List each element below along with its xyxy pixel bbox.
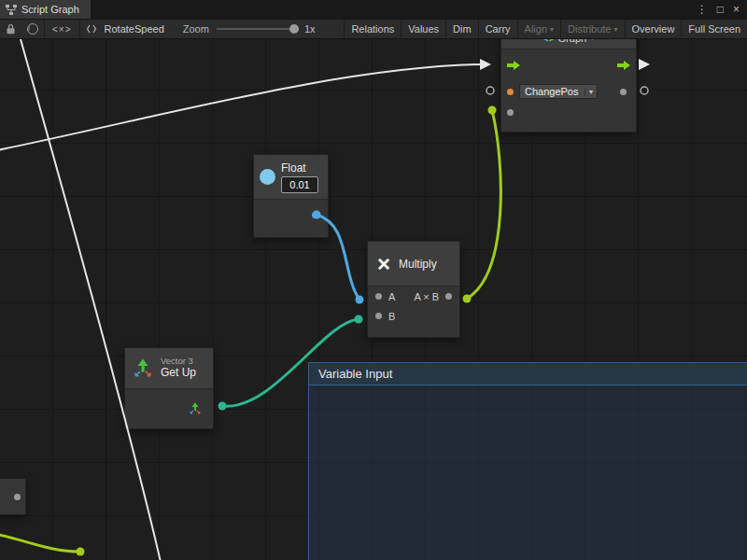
values-button[interactable]: Values	[401, 20, 445, 38]
wire-endpoint	[356, 296, 364, 304]
input-port-b[interactable]	[375, 313, 382, 319]
align-label: Align	[525, 23, 547, 35]
wire-endpoint	[218, 402, 227, 411]
port-row-b: B	[368, 306, 459, 326]
graph-unit-node[interactable]: <> Graph ▾ ChangePos ▾	[500, 39, 637, 133]
zoom-slider-handle[interactable]	[289, 24, 299, 34]
getup-title: Get Up	[161, 367, 196, 380]
port-circle-right[interactable]	[641, 87, 648, 94]
input-port[interactable]	[507, 109, 514, 116]
variable-row: ChangePos ▾	[501, 81, 636, 102]
changepos-value: ChangePos	[520, 86, 585, 97]
value-connection-icon[interactable]: <×>	[45, 24, 79, 35]
overview-button[interactable]: Overview	[625, 20, 682, 38]
control-flow-row	[501, 49, 636, 81]
variable-port[interactable]	[507, 89, 514, 95]
vector3-output-port-icon[interactable]	[189, 402, 202, 415]
multiply-title: Multiply	[399, 258, 437, 271]
output-port-result[interactable]	[445, 293, 452, 300]
float-title: Float	[281, 161, 318, 175]
changepos-dropdown[interactable]: ChangePos ▾	[519, 84, 598, 99]
script-graph-window: Script Graph ⋮ □ × i <×> RotateSpeed Zoo…	[0, 0, 747, 560]
zoom-slider-track	[217, 28, 299, 30]
chevron-down-icon: ▾	[585, 88, 597, 96]
fullscreen-button[interactable]: Full Screen	[681, 20, 747, 38]
vector3-getup-node[interactable]: Vector 3 Get Up	[124, 347, 214, 429]
wire-lime-bottom-left	[0, 534, 80, 552]
wire-white-top	[0, 64, 480, 151]
multiply-node[interactable]: × Multiply A A × B B	[367, 241, 460, 338]
float-node-body	[254, 200, 328, 237]
vector3-up-icon	[133, 358, 153, 379]
lock-icon[interactable]	[0, 23, 21, 35]
wire-endpoint	[77, 548, 85, 556]
graph-unit-header[interactable]: <> Graph ▾	[501, 39, 636, 49]
chevron-down-icon: ▾	[614, 25, 618, 34]
graph-unit-title: Graph	[558, 39, 587, 44]
align-dropdown-button[interactable]: Align ▾	[517, 20, 560, 38]
multiply-icon: ×	[377, 253, 390, 275]
close-icon[interactable]: ×	[733, 3, 740, 16]
maximize-icon[interactable]: □	[717, 3, 724, 16]
tab-title: Script Graph	[21, 4, 79, 15]
dim-button[interactable]: Dim	[445, 20, 478, 38]
chevron-down-icon: ▾	[550, 25, 554, 34]
port-circle-left[interactable]	[486, 87, 494, 94]
port-a-label: A	[388, 291, 395, 302]
graph-canvas[interactable]: Variable Input <>	[0, 39, 747, 560]
output-port[interactable]	[620, 89, 627, 95]
tab-bar: Script Graph ⋮ □ ×	[0, 0, 747, 19]
tab-script-graph[interactable]: Script Graph	[0, 0, 91, 19]
relations-button[interactable]: Relations	[344, 20, 401, 38]
chevron-down-icon: ▾	[590, 39, 594, 42]
port-result-label: A × B	[414, 291, 439, 302]
window-controls: ⋮ □ ×	[697, 0, 747, 19]
graph-asset-icon	[80, 23, 103, 35]
graph-icon	[6, 5, 17, 15]
carry-button[interactable]: Carry	[478, 20, 517, 38]
variable-input-group-header[interactable]: Variable Input	[309, 363, 747, 385]
wire-endpoint	[463, 295, 472, 303]
variable-input-group[interactable]: Variable Input	[308, 362, 747, 560]
wire-white-diagonal	[21, 39, 161, 560]
zoom-label: Zoom	[177, 23, 217, 35]
flow-out-arrow-icon[interactable]	[617, 61, 630, 70]
zoom-slider[interactable]	[217, 23, 299, 35]
float-value-input[interactable]	[281, 176, 318, 193]
multiply-node-header[interactable]: × Multiply	[368, 242, 459, 287]
group-title: Variable Input	[318, 367, 392, 381]
float-node-header[interactable]: Float	[254, 155, 328, 200]
float-output-port[interactable]	[312, 212, 318, 218]
input-row	[501, 102, 636, 122]
graph-toolbar: i <×> RotateSpeed Zoom 1x Relations Valu…	[0, 19, 747, 39]
wire-arrowhead-in	[480, 59, 491, 70]
port-b-label: B	[388, 311, 395, 322]
wire-arrowhead-out	[639, 59, 650, 70]
graph-name-label: RotateSpeed	[103, 23, 177, 35]
menu-icon[interactable]: ⋮	[697, 3, 708, 16]
wire-endpoint	[488, 106, 497, 115]
info-icon[interactable]: i	[27, 23, 38, 35]
float-node[interactable]: Float	[253, 154, 329, 238]
float-type-icon	[260, 169, 275, 185]
input-port-a[interactable]	[375, 293, 382, 300]
vector3-node-header[interactable]: Vector 3 Get Up	[125, 348, 213, 389]
wire-endpoint	[355, 315, 363, 324]
clipped-node-fragment[interactable]	[0, 478, 26, 515]
fragment-port[interactable]	[14, 494, 21, 500]
toolbar-buttons: Relations Values Dim Carry Align ▾ Distr…	[344, 20, 747, 38]
vector3-node-body	[125, 389, 213, 428]
distribute-dropdown-button[interactable]: Distribute ▾	[560, 20, 624, 38]
wire-multiply-to-changepos	[467, 110, 500, 299]
zoom-value: 1x	[299, 23, 321, 35]
script-graph-icon: <>	[543, 39, 555, 44]
flow-in-arrow-icon[interactable]	[507, 61, 520, 70]
distribute-label: Distribute	[568, 23, 611, 35]
port-row-a: A A × B	[368, 287, 459, 306]
